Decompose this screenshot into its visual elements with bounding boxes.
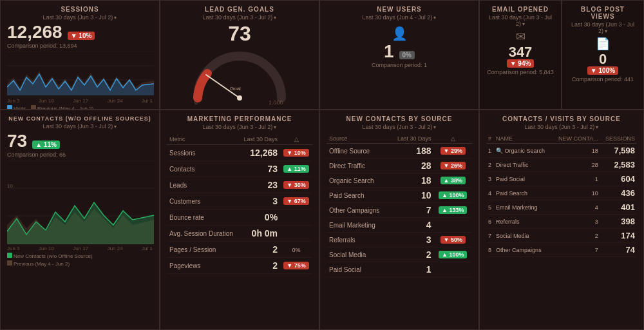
metric-delta: ▲ 11%: [280, 161, 312, 177]
visit-sessions: 436: [600, 186, 637, 200]
leadgen-panel: LEAD GEN. GOALS Last 30 days (Jun 3 - Ju…: [160, 0, 319, 110]
blog-comparison: Comparison period: 441: [572, 76, 634, 82]
source-row: Direct Traffic 28 ▼ 26%: [327, 159, 472, 173]
visit-name: Email Marketing: [494, 200, 552, 215]
metric-value: 2: [239, 258, 280, 274]
source-delta: ▼ 50%: [434, 233, 472, 248]
visit-name: 🔍 Organic Search: [494, 144, 552, 158]
marketing-row: Pages / Session 2 0%: [167, 242, 312, 258]
visits-panel: CONTACTS / VISITS BY SOURCE Last 30 days…: [479, 110, 644, 330]
contacts-legend2: Previous (May 4 - Jun 2): [7, 260, 153, 267]
visit-contacts: 3: [552, 215, 600, 229]
contacts-comparison: Comparison period: 66: [7, 151, 153, 158]
contacts-chart: 10: [7, 160, 153, 244]
visit-num: 3: [486, 172, 494, 186]
metric-name: Customers: [167, 193, 239, 209]
visit-sessions: 7,598: [600, 144, 637, 158]
visit-sessions: 604: [600, 172, 637, 186]
source-name: Offline Source: [327, 144, 390, 159]
source-delta: ▼ 29%: [434, 144, 472, 159]
user-icon: 👤: [392, 26, 408, 41]
marketing-row: Avg. Session Duration 0h 0m: [167, 226, 312, 242]
blog-icon: 📄: [596, 37, 610, 51]
source-delta: ▼ 26%: [434, 159, 472, 173]
source-value: 1: [390, 262, 434, 277]
source-name: Social Media: [327, 248, 390, 262]
source-delta: [434, 218, 472, 233]
email-subtitle[interactable]: Last 30 days (Jun 3 - Jul 2): [486, 14, 554, 27]
newusers-title: NEW USERS: [327, 6, 472, 13]
visit-contacts: 28: [552, 158, 600, 172]
contacts-panel: NEW CONTACTS (W/O OFFLINE SOURCES) Last …: [0, 110, 160, 330]
gauge-container: 73 0 1,000 Goal: [167, 23, 312, 104]
src-col-delta: △: [434, 134, 472, 144]
contacts-subtitle[interactable]: Last 30 days (Jun 3 - Jul 2): [7, 123, 153, 130]
email-icon: ✉: [516, 30, 526, 44]
sessions-chart: [7, 52, 153, 97]
visit-contacts: 18: [552, 144, 600, 158]
metric-name: Sessions: [167, 145, 239, 161]
sources-subtitle[interactable]: Last 30 days (Jun 3 - Jul 2): [327, 124, 472, 130]
visit-name: Referrals: [494, 215, 552, 229]
visit-name: Social Media: [494, 229, 552, 243]
sources-panel: NEW CONTACTS BY SOURCE Last 30 days (Jun…: [319, 110, 479, 330]
visit-name: Direct Traffic: [494, 158, 552, 172]
visit-num: 6: [486, 215, 494, 229]
source-delta: ▲ 100%: [434, 188, 472, 203]
marketing-row: Contacts 73 ▲ 11%: [167, 161, 312, 177]
email-badge: ▼ 94%: [507, 59, 535, 68]
blog-panel: BLOG POST VIEWS Last 30 days (Jun 3 - Ju…: [562, 0, 644, 110]
blog-subtitle[interactable]: Last 30 days (Jun 3 - Jul 2): [569, 21, 637, 34]
metric-value: 73: [239, 161, 280, 177]
source-value: 10: [390, 188, 434, 203]
visits-subtitle[interactable]: Last 30 days (Jun 3 - Jul 2): [486, 124, 637, 130]
source-name: Organic Search: [327, 173, 390, 188]
metric-name: Pages / Session: [167, 242, 239, 258]
visit-num: 2: [486, 158, 494, 172]
source-delta: ▲ 38%: [434, 173, 472, 188]
vis-col-name: NAME: [494, 134, 552, 144]
metric-delta: [280, 226, 312, 242]
metric-value: 0h 0m: [239, 226, 280, 242]
metric-value: 12,268: [239, 145, 280, 161]
col-delta: △: [280, 134, 312, 145]
contacts-legend: New Contacts (w/o Offline Source): [7, 253, 153, 259]
marketing-subtitle[interactable]: Last 30 days (Jun 3 - Jul 2): [167, 124, 312, 130]
contacts-badge: ▲ 11%: [32, 141, 60, 149]
col-metric: Metric: [167, 134, 239, 145]
metric-name: Leads: [167, 177, 239, 193]
svg-point-5: [237, 95, 242, 101]
visit-contacts: 2: [552, 229, 600, 243]
visit-contacts: 7: [552, 243, 600, 257]
metric-value: 0%: [239, 209, 280, 226]
top-right-panels: EMAIL OPENED Last 30 days (Jun 3 - Jul 2…: [479, 0, 644, 110]
marketing-row: Sessions 12,268 ▼ 10%: [167, 145, 312, 161]
visits-row: 7 Social Media 2 174: [486, 229, 637, 243]
visits-title: CONTACTS / VISITS BY SOURCE: [486, 115, 637, 122]
marketing-row: Pageviews 2 ▼ 75%: [167, 258, 312, 274]
leadgen-subtitle[interactable]: Last 30 days (Jun 3 - Jul 2): [167, 14, 312, 21]
metric-name: Avg. Session Duration: [167, 226, 239, 242]
marketing-table: Metric Last 30 Days △ Sessions 12,268 ▼ …: [167, 134, 312, 274]
metric-value: 23: [239, 177, 280, 193]
metric-delta: ▼ 67%: [280, 193, 312, 209]
blog-title: BLOG POST VIEWS: [569, 6, 637, 20]
visits-row: 1 🔍 Organic Search 18 7,598: [486, 144, 637, 158]
svg-text:1,000: 1,000: [269, 99, 283, 104]
newusers-subtitle[interactable]: Last 30 days (Jun 4 - Jul 2): [327, 14, 472, 21]
source-value: 18: [390, 173, 434, 188]
source-delta: ▲ 133%: [434, 203, 472, 218]
source-value: 188: [390, 144, 434, 159]
src-col-last30: Last 30 Days: [390, 134, 434, 144]
sessions-title: SESSIONS: [7, 6, 153, 13]
source-name: Direct Traffic: [327, 159, 390, 173]
visit-num: 5: [486, 200, 494, 215]
marketing-panel: MARKETING PERFORMANCE Last 30 days (Jun …: [160, 110, 319, 330]
source-row: Social Media 2 ▲ 100%: [327, 248, 472, 262]
dashboard: SESSIONS Last 30 days (Jun 3 - Jul 2) 12…: [0, 0, 644, 330]
metric-value: 2: [239, 242, 280, 258]
src-col-source: Source: [327, 134, 390, 144]
sessions-subtitle[interactable]: Last 30 days (Jun 3 - Jul 2): [7, 14, 153, 21]
sessions-badge: ▼ 10%: [68, 32, 95, 40]
visit-name: Other Campaigns: [494, 243, 552, 257]
